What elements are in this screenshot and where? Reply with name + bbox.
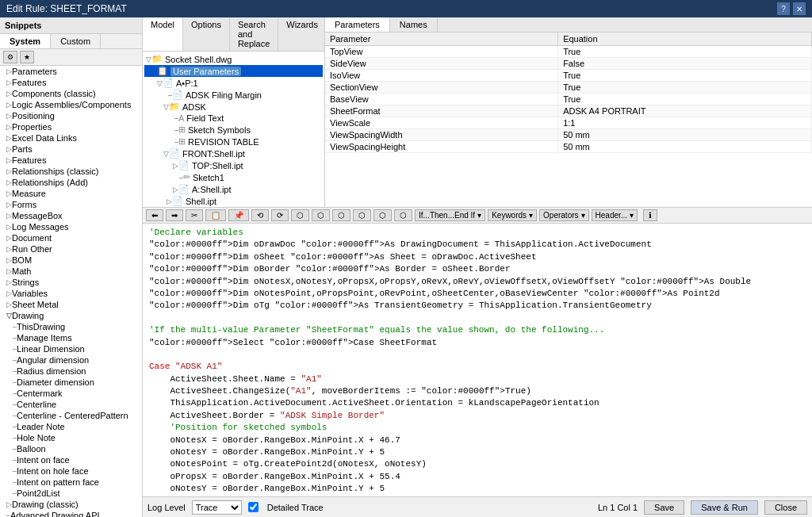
snippet-drawing-classic[interactable]: ▷Drawing (classic) [0, 499, 142, 510]
snippet-positioning[interactable]: ▷Positioning [0, 110, 142, 121]
snippet-measure[interactable]: ▷Measure [0, 188, 142, 199]
snippet-components-classic[interactable]: ▷Components (classic) [0, 88, 142, 99]
model-node-adsk[interactable]: ▽ 📁 ADSK [144, 101, 323, 113]
log-level-select[interactable]: TraceDebugInfoWarningError [192, 500, 242, 515]
toolbar-cut[interactable]: ✂ [186, 209, 203, 221]
snippet-relationships-add[interactable]: ▷Relationships (Add) [0, 177, 142, 188]
help-btn[interactable]: ? [777, 2, 790, 15]
toolbar-undo[interactable]: ⬅ [146, 209, 163, 221]
snippet-intent-face[interactable]: –Intent on face [0, 454, 142, 465]
model-node-sheet[interactable]: ▽ 📄 A•P:1 [144, 77, 323, 89]
code-line: 'Position for sketched symbols [149, 422, 806, 434]
snippet-drawing[interactable]: ▽Drawing [0, 310, 142, 321]
snippet-features[interactable]: ▷Features [0, 77, 142, 88]
detailed-trace-checkbox[interactable] [248, 502, 259, 512]
snippet-logic-assemblies[interactable]: ▷Logic Assemblies/Components [0, 99, 142, 110]
snippet-excel-data-links[interactable]: ▷Excel Data Links [0, 132, 142, 144]
sidebar-content[interactable]: ▷Parameters ▷Features ▷Components (class… [0, 66, 142, 517]
snippet-features2[interactable]: ▷Features [0, 155, 142, 166]
toolbar-btn6[interactable]: ⟳ [271, 209, 289, 221]
sidebar-tabs: System Custom [0, 34, 142, 49]
snippet-parameters[interactable]: ▷Parameters [0, 66, 142, 77]
snippet-thisdrawing[interactable]: –ThisDrawing [0, 321, 142, 332]
model-tree-content[interactable]: ▽ 📁 Socket Shell.dwg 📋 User Parameters ▽ [143, 52, 324, 207]
snippet-radius-dimension[interactable]: –Radius dimension [0, 366, 142, 377]
sidebar-tab-custom[interactable]: Custom [51, 34, 101, 48]
snippet-document[interactable]: ▷Document [0, 232, 142, 243]
param-equation: 50 mm [558, 141, 812, 153]
model-node-filing-margin[interactable]: – 📄 ADSK Filing Margin [144, 89, 323, 101]
snippet-strings[interactable]: ▷Strings [0, 277, 142, 288]
sidebar-toolbar: ⚙ ★ [0, 49, 142, 66]
snippet-messagebox[interactable]: ▷MessageBox [0, 210, 142, 221]
model-node-sketch1[interactable]: – ✏ Sketch1 [144, 171, 323, 183]
code-line: ActiveSheet.ChangeSize("A1", moveBorderI… [149, 385, 806, 397]
snippet-variables[interactable]: ▷Variables [0, 288, 142, 299]
model-node-revision-table[interactable]: – ⊞ REVISION TABLE [144, 136, 323, 147]
snippet-parts[interactable]: ▷Parts [0, 144, 142, 155]
toolbar-redo[interactable]: ➡ [166, 209, 183, 221]
snippet-properties[interactable]: ▷Properties [0, 121, 142, 132]
model-node-top-shell[interactable]: ▷ 📄 TOP:Shell.ipt [144, 159, 323, 171]
snippet-run-other[interactable]: ▷Run Other [0, 243, 142, 255]
title-bar-controls: ? ✕ [777, 2, 806, 15]
save-run-button[interactable]: Save & Run [691, 500, 758, 515]
model-tab-options[interactable]: Options [183, 17, 230, 51]
snippet-relationships-classic[interactable]: ▷Relationships (classic) [0, 166, 142, 177]
snippet-advanced-drawing-api[interactable]: –Advanced Drawing API [0, 510, 142, 517]
sidebar-btn-2[interactable]: ★ [20, 51, 34, 63]
sidebar-btn-1[interactable]: ⚙ [3, 51, 17, 63]
snippet-angular-dimension[interactable]: –Angular dimension [0, 354, 142, 366]
model-node-dwg[interactable]: ▽ 📁 Socket Shell.dwg [144, 53, 323, 65]
snippet-log-messages[interactable]: ▷Log Messages [0, 221, 142, 232]
model-tab-model[interactable]: Model [143, 17, 183, 51]
toolbar-copy[interactable]: 📋 [205, 209, 226, 221]
model-node-field-text[interactable]: – A Field Text [144, 113, 323, 124]
model-node-shell[interactable]: ▷ 📄 Shell.ipt [144, 195, 323, 207]
toolbar-btn9[interactable]: ⬡ [332, 209, 350, 221]
params-tab-parameters[interactable]: Parameters [325, 17, 390, 32]
close-button[interactable]: Close [764, 500, 807, 515]
close-btn[interactable]: ✕ [793, 2, 806, 15]
snippet-centermark[interactable]: –Centermark [0, 388, 142, 399]
snippet-forms[interactable]: ▷Forms [0, 199, 142, 210]
snippet-leader-note[interactable]: –Leader Note [0, 421, 142, 432]
snippet-intent-pattern-face[interactable]: –Intent on pattern face [0, 477, 142, 488]
snippet-manage-items[interactable]: –Manage Items [0, 332, 142, 343]
toolbar-btn10[interactable]: ⬡ [353, 209, 371, 221]
toolbar-btn5[interactable]: ⟲ [251, 209, 269, 221]
toolbar-btn11[interactable]: ⬡ [373, 209, 392, 221]
params-tab-names[interactable]: Names [390, 17, 438, 32]
snippet-linear-dimension[interactable]: –Linear Dimension [0, 343, 142, 354]
position-indicator: Ln 1 Col 1 [598, 503, 638, 512]
dropdown-operators[interactable]: Operators ▾ [539, 209, 588, 221]
dropdown-if-then[interactable]: If...Then...End If ▾ [415, 209, 485, 221]
model-node-a-shell[interactable]: ▷ 📄 A:Shell.ipt [144, 183, 323, 195]
snippet-centerline[interactable]: –Centerline [0, 399, 142, 410]
snippet-balloon[interactable]: –Balloon [0, 443, 142, 454]
model-node-sketch-symbols[interactable]: – ⊞ Sketch Symbols [144, 124, 323, 136]
toolbar-btn8[interactable]: ⬡ [312, 209, 330, 221]
model-tab-wizards[interactable]: Wizards [278, 17, 327, 51]
toolbar-paste[interactable]: 📌 [228, 209, 249, 221]
snippet-diameter-dimension[interactable]: –Diameter dimension [0, 377, 142, 388]
snippet-sheet-metal[interactable]: ▷Sheet Metal [0, 299, 142, 310]
snippet-centerline-centered[interactable]: –Centerline - CenteredPattern [0, 410, 142, 421]
dropdown-header[interactable]: Header... ▾ [592, 209, 638, 221]
snippet-bom[interactable]: ▷BOM [0, 255, 142, 266]
save-button[interactable]: Save [644, 500, 684, 515]
sidebar-tab-system[interactable]: System [0, 34, 51, 48]
toolbar-btn12[interactable]: ⬡ [394, 209, 412, 221]
dropdown-keywords[interactable]: Keywords ▾ [488, 209, 537, 221]
snippet-intent-hole-face[interactable]: –Intent on hole face [0, 465, 142, 477]
param-name: ViewSpacingHeight [325, 141, 558, 153]
toolbar-btn7[interactable]: ⬡ [291, 209, 309, 221]
code-editor[interactable]: 'Declare variables"color:#0000ff">Dim oD… [143, 224, 812, 496]
model-tab-search[interactable]: Search and Replace [230, 17, 278, 51]
snippet-point2dlist[interactable]: –Point2dList [0, 488, 142, 499]
snippet-hole-note[interactable]: –Hole Note [0, 432, 142, 443]
model-node-user-params[interactable]: 📋 User Parameters [144, 65, 323, 77]
snippet-math[interactable]: ▷Math [0, 266, 142, 277]
toolbar-help[interactable]: ℹ [643, 209, 657, 221]
model-node-front-shell[interactable]: ▽ 📄 FRONT:Shell.ipt [144, 147, 323, 159]
